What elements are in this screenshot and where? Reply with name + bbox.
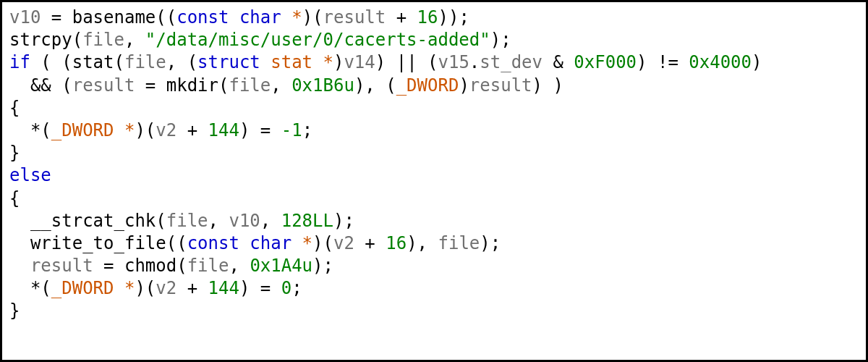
brace-open: {: [9, 188, 20, 209]
kw-if: if: [9, 52, 30, 72]
var-v14: v14: [344, 52, 375, 72]
brace-open: {: [9, 98, 20, 118]
brace-close: }: [9, 143, 20, 163]
fn-write-to-file: write_to_file: [30, 233, 166, 253]
var-v2: v2: [156, 120, 176, 140]
var-file: file: [82, 30, 124, 50]
fn-stat: stat: [72, 52, 114, 72]
fn-strcpy: strcpy: [9, 30, 72, 50]
code-content: v10 = basename((const char *)(result + 1…: [9, 7, 859, 323]
field-st_dev: st_dev: [480, 52, 542, 72]
kw-else: else: [9, 165, 51, 185]
kw-const: const: [176, 7, 229, 28]
brace-close: }: [9, 300, 20, 321]
fn-basename: basename: [72, 7, 156, 28]
fn-strcat-chk: __strcat_chk: [30, 211, 156, 231]
decompiled-code-block: v10 = basename((const char *)(result + 1…: [0, 0, 868, 362]
var-result: result: [323, 7, 386, 28]
fn-chmod: chmod: [124, 256, 176, 276]
var-v10: v10: [9, 7, 41, 28]
fn-mkdir: mkdir: [166, 75, 218, 96]
var-v15: v15: [438, 52, 469, 72]
string-cacerts-path: "/data/misc/user/0/cacerts-added": [145, 30, 490, 50]
type-dword: _DWORD: [396, 75, 459, 96]
